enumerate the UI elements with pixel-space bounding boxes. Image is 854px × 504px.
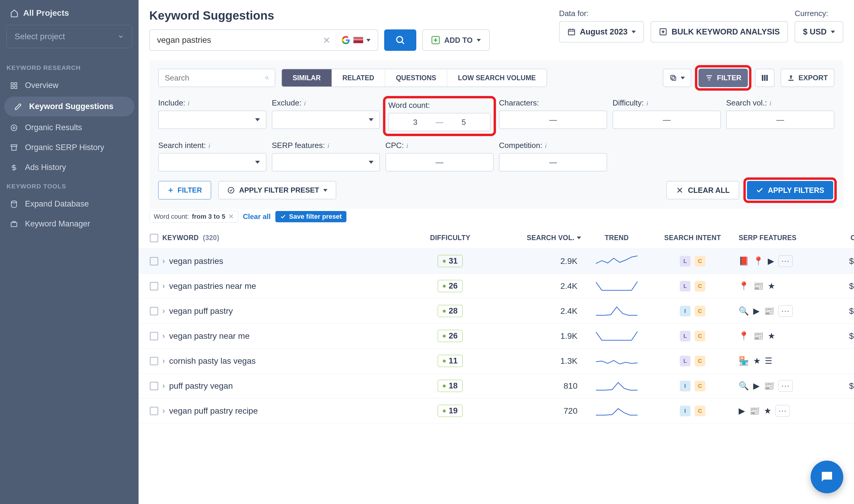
- project-select[interactable]: Select project: [6, 25, 132, 48]
- more-serp-icon[interactable]: ⋯: [779, 305, 793, 317]
- tab-questions[interactable]: QUESTIONS: [385, 69, 447, 87]
- difficulty-pill: 26: [438, 280, 463, 292]
- table-search-input[interactable]: [165, 73, 261, 83]
- th-search-vol[interactable]: SEARCH VOL.: [527, 234, 574, 242]
- search-icon: [265, 74, 269, 82]
- nav-keyword-suggestions[interactable]: Keyword Suggestions: [4, 96, 135, 116]
- apply-preset-button[interactable]: APPLY FILTER PRESET: [218, 181, 336, 199]
- more-serp-icon[interactable]: ⋯: [779, 255, 793, 267]
- date-value: August 2023: [580, 27, 628, 37]
- expand-row-icon[interactable]: ›: [162, 381, 165, 391]
- apply-filters-button[interactable]: APPLY FILTERS: [747, 181, 833, 199]
- difficulty-pill: 18: [438, 380, 463, 392]
- serp-feature-icon: 📍: [739, 331, 749, 341]
- trend-sparkline: [596, 329, 638, 343]
- results-table: KEYWORD (320) DIFFICULTY SEARCH VOL. TRE…: [139, 227, 854, 424]
- th-intent[interactable]: SEARCH INTENT: [664, 234, 721, 242]
- nav-expand-database[interactable]: Expand Database: [0, 194, 139, 214]
- filter-include-input[interactable]: [158, 111, 266, 129]
- keyword-text: vegan puff pastry: [169, 306, 233, 316]
- tab-similar[interactable]: SIMILAR: [282, 69, 332, 87]
- tab-low-search-volume[interactable]: LOW SEARCH VOLUME: [447, 69, 546, 87]
- serp-feature-icon: 📰: [753, 281, 764, 291]
- filter-exclude-input[interactable]: [272, 111, 380, 129]
- svg-rect-19: [764, 75, 766, 81]
- table-search: [158, 69, 275, 87]
- nav-organic-results[interactable]: Organic Results: [0, 118, 139, 138]
- th-trend[interactable]: TREND: [605, 234, 629, 242]
- currency-selector[interactable]: $ USD: [795, 21, 843, 42]
- filter-competition-input[interactable]: —: [499, 153, 607, 172]
- add-filter-button[interactable]: FILTER: [158, 181, 211, 199]
- chip-remove-icon[interactable]: ✕: [228, 213, 234, 220]
- th-cpc[interactable]: CPC: [851, 234, 854, 242]
- row-checkbox[interactable]: [150, 332, 158, 340]
- expand-row-icon[interactable]: ›: [162, 406, 165, 415]
- clear-search-icon[interactable]: ✕: [323, 35, 330, 46]
- wordcount-max: 5: [443, 118, 484, 127]
- chat-widget[interactable]: [811, 461, 843, 493]
- row-checkbox[interactable]: [150, 257, 158, 265]
- apply-filters-highlight: APPLY FILTERS: [746, 180, 834, 201]
- copy-button[interactable]: [663, 69, 691, 87]
- filter-exclude-label: Exclude: i: [272, 98, 380, 108]
- search-engine-selector[interactable]: [341, 36, 370, 44]
- expand-row-icon[interactable]: ›: [162, 331, 165, 341]
- svg-rect-16: [672, 77, 676, 80]
- expand-row-icon[interactable]: ›: [162, 356, 165, 365]
- svg-rect-17: [670, 75, 674, 79]
- google-icon: [341, 36, 350, 44]
- search-vol-value: 810: [563, 381, 577, 391]
- more-serp-icon[interactable]: ⋯: [779, 380, 793, 392]
- expand-row-icon[interactable]: ›: [162, 256, 165, 266]
- filter-cpc-input[interactable]: —: [385, 153, 493, 172]
- bulk-analysis-button[interactable]: BULK KEYWORD ANALYSIS: [650, 21, 788, 42]
- search-vol-value: 1.3K: [560, 356, 577, 366]
- svg-rect-12: [568, 30, 574, 35]
- filter-wordcount-input[interactable]: 3 — 5: [388, 113, 491, 131]
- clear-all-button[interactable]: CLEAR ALL: [666, 181, 739, 199]
- add-to-button[interactable]: ADD TO: [422, 30, 490, 51]
- row-checkbox[interactable]: [150, 382, 158, 390]
- row-checkbox[interactable]: [150, 357, 158, 365]
- save-preset-button[interactable]: Save filter preset: [275, 211, 346, 222]
- tab-related[interactable]: RELATED: [332, 69, 385, 87]
- toolbar-row: SIMILAR RELATED QUESTIONS LOW SEARCH VOL…: [158, 68, 834, 88]
- columns-button[interactable]: [755, 69, 774, 87]
- filter-intent-input[interactable]: [158, 153, 266, 172]
- filter-difficulty-input[interactable]: —: [612, 111, 721, 129]
- difficulty-pill: 28: [438, 305, 463, 317]
- search-button[interactable]: [384, 30, 416, 51]
- nav-ads-history[interactable]: Ads History: [0, 158, 139, 177]
- nav-label: Ads History: [25, 163, 66, 172]
- nav-overview[interactable]: Overview: [0, 75, 139, 95]
- all-projects-link[interactable]: All Projects: [0, 6, 139, 25]
- date-picker-button[interactable]: August 2023: [559, 21, 644, 42]
- filter-searchvol-input[interactable]: —: [726, 111, 834, 129]
- trend-sparkline: [596, 305, 638, 318]
- expand-row-icon[interactable]: ›: [162, 306, 165, 316]
- th-keyword[interactable]: KEYWORD: [162, 234, 198, 242]
- keyword-text: vegan pastries near me: [169, 282, 256, 291]
- row-checkbox[interactable]: [150, 407, 158, 415]
- row-checkbox[interactable]: [150, 282, 158, 290]
- nav-keyword-manager[interactable]: Keyword Manager: [0, 214, 139, 234]
- select-all-checkbox[interactable]: [150, 234, 158, 242]
- search-vol-value: 2.4K: [560, 306, 577, 316]
- chip-wordcount[interactable]: Word count: from 3 to 5 ✕: [149, 211, 238, 222]
- row-checkbox[interactable]: [150, 307, 158, 315]
- intent-badge-i: I: [680, 306, 691, 317]
- th-difficulty[interactable]: DIFFICULTY: [430, 234, 470, 242]
- keyword-search-input[interactable]: [157, 35, 317, 45]
- intent-badge-i: I: [680, 381, 691, 391]
- filter-difficulty-label: Difficulty: i: [612, 98, 721, 108]
- export-button[interactable]: EXPORT: [781, 69, 834, 87]
- more-serp-icon[interactable]: ⋯: [775, 405, 790, 417]
- nav-serp-history[interactable]: Organic SERP History: [0, 138, 139, 158]
- th-serp[interactable]: SERP FEATURES: [739, 234, 797, 242]
- clear-all-link[interactable]: Clear all: [243, 213, 271, 221]
- filter-characters-input[interactable]: —: [499, 111, 607, 129]
- filter-serp-input[interactable]: [272, 153, 380, 172]
- filter-toggle-button[interactable]: FILTER: [698, 69, 748, 87]
- expand-row-icon[interactable]: ›: [162, 282, 165, 291]
